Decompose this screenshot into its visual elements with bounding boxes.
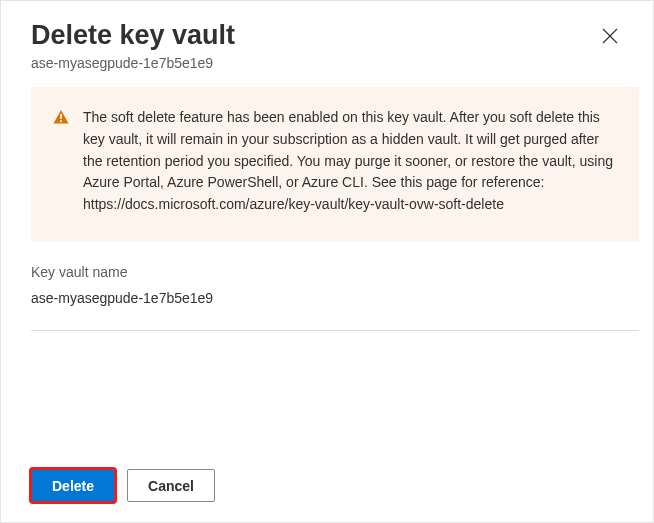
content-scroll-area[interactable]: The soft delete feature has been enabled… bbox=[1, 81, 651, 451]
panel-footer: Delete Cancel bbox=[1, 451, 653, 522]
header-text-block: Delete key vault ase-myasegpude-1e7b5e1e… bbox=[31, 19, 597, 71]
warning-message: The soft delete feature has been enabled… bbox=[83, 107, 617, 215]
svg-rect-0 bbox=[60, 114, 62, 119]
warning-icon bbox=[53, 109, 69, 125]
close-button[interactable] bbox=[597, 23, 623, 52]
key-vault-name-label: Key vault name bbox=[31, 264, 639, 280]
panel-header: Delete key vault ase-myasegpude-1e7b5e1e… bbox=[1, 1, 653, 81]
key-vault-name-value: ase-myasegpude-1e7b5e1e9 bbox=[31, 290, 639, 306]
svg-rect-1 bbox=[60, 121, 62, 123]
page-title: Delete key vault bbox=[31, 19, 597, 51]
delete-key-vault-panel: Delete key vault ase-myasegpude-1e7b5e1e… bbox=[1, 1, 653, 522]
resource-name-subtitle: ase-myasegpude-1e7b5e1e9 bbox=[31, 55, 597, 71]
cancel-button[interactable]: Cancel bbox=[127, 469, 215, 502]
soft-delete-warning: The soft delete feature has been enabled… bbox=[31, 87, 639, 241]
footer-divider bbox=[31, 330, 639, 331]
delete-button[interactable]: Delete bbox=[31, 469, 115, 502]
close-icon bbox=[601, 33, 619, 48]
